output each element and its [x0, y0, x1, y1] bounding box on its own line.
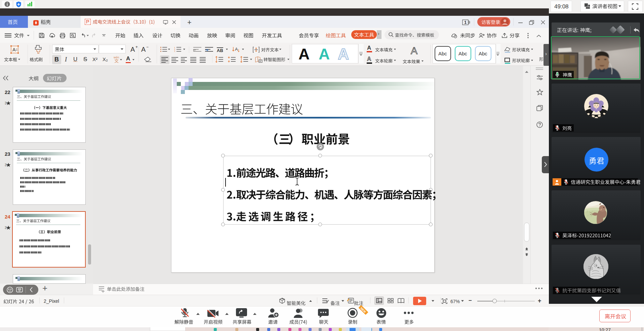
- svg-text:3: 3: [5, 163, 7, 167]
- svg-text:A: A: [235, 47, 238, 52]
- svg-text:A: A: [12, 47, 16, 52]
- svg-text:3: 3: [5, 101, 7, 105]
- svg-text:3: 3: [5, 226, 7, 230]
- svg-text:3: 3: [174, 51, 175, 52]
